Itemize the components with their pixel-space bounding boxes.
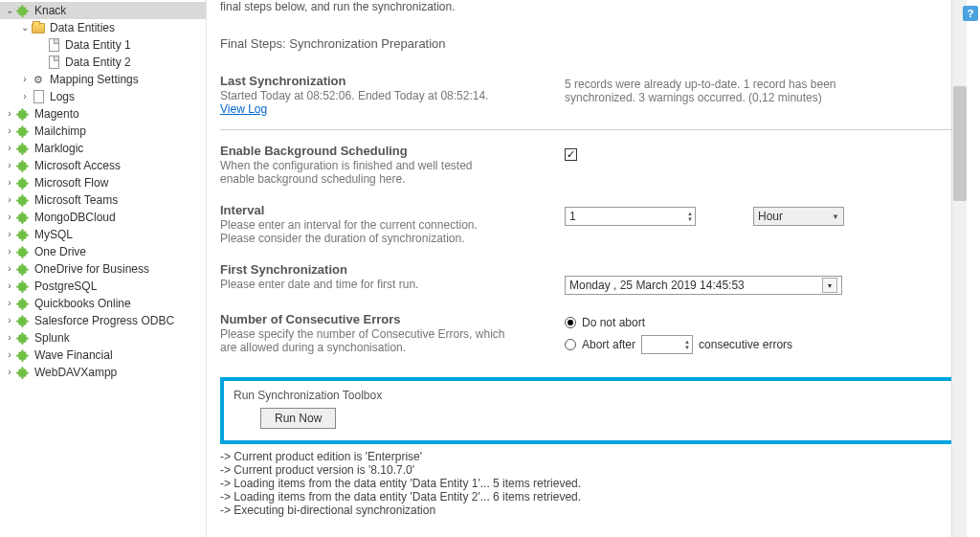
view-log-link[interactable]: View Log (220, 102, 267, 116)
errors-desc1: Please specify the number of Consecutive… (220, 327, 546, 341)
abort-count-input[interactable]: ▲▼ (641, 335, 693, 354)
puzzle-icon (15, 365, 31, 380)
chevron-right-icon[interactable]: › (4, 278, 15, 295)
page-icon (46, 55, 61, 70)
tree-item-onedrive-for-business[interactable]: ›OneDrive for Business (0, 260, 206, 278)
radio-do-not-abort[interactable] (565, 317, 576, 328)
last-sync-title: Last Synchronization (220, 74, 546, 88)
puzzle-icon (15, 261, 31, 277)
puzzle-icon (15, 330, 31, 346)
scrollbar[interactable] (951, 0, 967, 537)
help-icon[interactable]: ? (963, 6, 978, 21)
chevron-right-icon[interactable]: › (4, 243, 15, 260)
tree-item-wave-financial[interactable]: ›Wave Financial (0, 347, 206, 364)
sidebar-tree: ⌄Knack⌄Data Entities·Data Entity 1·Data … (0, 0, 207, 537)
chevron-right-icon[interactable]: › (4, 347, 15, 364)
chevron-right-icon[interactable]: › (4, 105, 15, 123)
chevron-right-icon[interactable]: › (4, 209, 15, 226)
first-sync-value: Monday , 25 March 2019 14:45:53 (569, 279, 745, 292)
tree-item-data-entity-1[interactable]: ·Data Entity 1 (0, 36, 206, 54)
interval-unit-select[interactable]: Hour ▼ (753, 207, 844, 226)
tree-item-label: Quickbooks Online (34, 295, 131, 312)
tree-item-postgresql[interactable]: ›PostgreSQL (0, 278, 206, 295)
intro-text: final steps below, and run the synchroni… (220, 0, 967, 13)
chevron-right-icon[interactable]: › (19, 88, 31, 105)
spinner-icon[interactable]: ▲▼ (684, 339, 690, 350)
chevron-right-icon[interactable]: › (4, 174, 15, 191)
run-now-button[interactable]: Run Now (260, 408, 336, 429)
tree-item-label: Microsoft Teams (34, 191, 118, 209)
tree-item-mysql[interactable]: ›MySQL (0, 226, 206, 243)
tree-item-magento[interactable]: ›Magento (0, 105, 206, 123)
tree-item-one-drive[interactable]: ›One Drive (0, 243, 206, 260)
chevron-down-icon: ▼ (832, 213, 839, 221)
tree-item-label: Salesforce Progress ODBC (34, 312, 174, 329)
tree-item-logs[interactable]: ›Logs (0, 88, 206, 105)
last-sync-result: 5 records were already up-to-date. 1 rec… (565, 78, 890, 104)
tree-item-webdavxampp[interactable]: ›WebDAVXampp (0, 364, 206, 381)
first-sync-date-input[interactable]: Monday , 25 March 2019 14:45:53 ▾ (565, 276, 842, 295)
tree-item-quickbooks-online[interactable]: ›Quickbooks Online (0, 295, 206, 312)
chevron-right-icon[interactable]: › (4, 226, 15, 243)
chevron-right-icon[interactable]: › (19, 71, 31, 88)
puzzle-icon (15, 296, 31, 311)
tree-item-label: OneDrive for Business (34, 260, 149, 278)
tree-item-knack[interactable]: ⌄Knack (0, 2, 206, 19)
puzzle-icon (15, 3, 31, 18)
log-line: -> Current product version is '8.10.7.0' (220, 463, 967, 477)
chevron-right-icon[interactable]: › (4, 191, 15, 209)
tree-item-label: Data Entities (50, 19, 115, 36)
tree-item-label: Wave Financial (34, 347, 113, 364)
run-sync-highlight: Run Synchronization Toolbox Run Now (220, 377, 967, 444)
calendar-icon[interactable]: ▾ (822, 278, 837, 293)
tree-item-microsoft-teams[interactable]: ›Microsoft Teams (0, 191, 206, 209)
tree-item-data-entities[interactable]: ⌄Data Entities (0, 19, 206, 36)
scrollbar-thumb[interactable] (953, 86, 967, 201)
chevron-right-icon[interactable]: › (4, 295, 15, 312)
log-icon (31, 89, 46, 104)
tree-item-mapping-settings[interactable]: ›⚙Mapping Settings (0, 71, 206, 88)
tree-item-label: Microsoft Access (34, 157, 121, 174)
tree-item-microsoft-access[interactable]: ›Microsoft Access (0, 157, 206, 174)
tree-item-microsoft-flow[interactable]: ›Microsoft Flow (0, 174, 206, 191)
chevron-right-icon[interactable]: › (4, 123, 15, 140)
chevron-right-icon[interactable]: › (4, 157, 15, 174)
tree-item-splunk[interactable]: ›Splunk (0, 329, 206, 347)
spinner-icon[interactable]: ▲▼ (687, 211, 693, 222)
chevron-right-icon[interactable]: › (4, 260, 15, 278)
log-line: -> Loading items from the data entity 'D… (220, 477, 967, 490)
puzzle-icon (15, 175, 31, 190)
log-output: -> Current product edition is 'Enterpris… (220, 448, 967, 517)
interval-value-input[interactable]: 1 ▲▼ (565, 207, 696, 226)
bg-sched-checkbox[interactable] (565, 148, 577, 161)
tree-item-label: MongoDBCloud (34, 209, 116, 226)
tree-item-marklogic[interactable]: ›Marklogic (0, 140, 206, 157)
puzzle-icon (15, 192, 31, 208)
tree-item-label: WebDAVXampp (34, 364, 117, 381)
chevron-down-icon[interactable]: ⌄ (19, 19, 31, 36)
folder-icon (31, 20, 46, 35)
chevron-down-icon[interactable]: ⌄ (4, 2, 15, 19)
tree-item-label: Microsoft Flow (34, 174, 108, 191)
tree-item-mongodbcloud[interactable]: ›MongoDBCloud (0, 209, 206, 226)
log-line: -> Executing bi-directional synchronizat… (220, 503, 967, 517)
interval-desc1: Please enter an interval for the current… (220, 218, 546, 232)
tree-item-data-entity-2[interactable]: ·Data Entity 2 (0, 54, 206, 71)
tree-item-salesforce-progress-odbc[interactable]: ›Salesforce Progress ODBC (0, 312, 206, 329)
right-edge (942, 0, 980, 537)
interval-unit: Hour (758, 210, 783, 223)
errors-title: Number of Consecutive Errors (220, 312, 546, 326)
log-line: -> Loading items from the data entity 'D… (220, 490, 967, 503)
last-sync-line: Started Today at 08:52:06. Ended Today a… (220, 89, 546, 102)
tree-item-label: Mapping Settings (50, 71, 139, 88)
tree-item-label: MySQL (34, 226, 73, 243)
chevron-right-icon[interactable]: › (4, 140, 15, 157)
radio-abort-after[interactable] (565, 339, 576, 350)
tree-item-mailchimp[interactable]: ›Mailchimp (0, 123, 206, 140)
chevron-right-icon[interactable]: › (4, 329, 15, 347)
chevron-right-icon[interactable]: › (4, 364, 15, 381)
chevron-right-icon[interactable]: › (4, 312, 15, 329)
puzzle-icon (15, 106, 31, 122)
puzzle-icon (15, 210, 31, 225)
tree-item-label: Splunk (34, 329, 70, 347)
